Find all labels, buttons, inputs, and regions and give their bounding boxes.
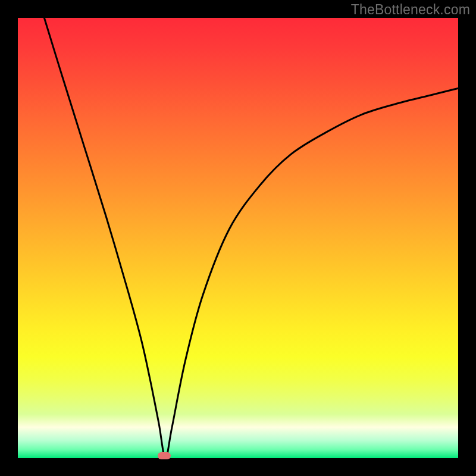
bottleneck-curve <box>44 18 458 458</box>
plot-area <box>18 18 458 458</box>
optimal-marker <box>158 452 171 459</box>
attribution-text: TheBottleneck.com <box>351 2 470 18</box>
curve-layer <box>18 18 458 458</box>
